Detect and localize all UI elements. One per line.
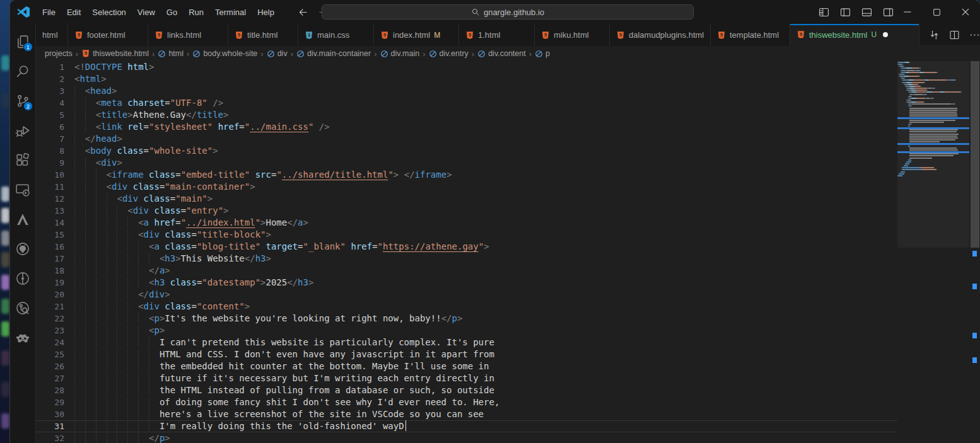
menu-item-run[interactable]: Run	[183, 4, 209, 20]
code-line-23[interactable]: 23 <p>	[36, 325, 897, 337]
line-number[interactable]: 15	[36, 229, 64, 241]
code-line-7[interactable]: 7 </head>	[36, 133, 897, 145]
dirty-indicator[interactable]	[883, 32, 888, 37]
code-line-4[interactable]: 4 <meta charset="UTF-8" />	[36, 97, 897, 109]
toggle-panel-button[interactable]	[858, 3, 875, 21]
line-number[interactable]: 29	[36, 396, 64, 408]
line-number[interactable]: 8	[36, 145, 64, 157]
line-number[interactable]: 25	[36, 348, 64, 360]
split-editor-button[interactable]	[949, 30, 960, 40]
activity-gitlens[interactable]	[10, 293, 35, 323]
line-number[interactable]: 26	[36, 360, 64, 372]
line-number[interactable]: 22	[36, 313, 64, 325]
vertical-scrollbar[interactable]	[969, 61, 980, 443]
activity-run-debug[interactable]	[10, 115, 35, 145]
line-number[interactable]: 23	[36, 325, 64, 337]
code-line-24[interactable]: 24 I can't pretend this website is parti…	[36, 337, 897, 348]
tab-links.html[interactable]: 5links.html	[148, 24, 228, 46]
menu-item-go[interactable]: Go	[161, 4, 183, 20]
code-line-9[interactable]: 9 <div>	[36, 157, 897, 169]
line-number[interactable]: 17	[36, 253, 64, 265]
code-line-21[interactable]: 21 <div class="content">	[36, 301, 897, 313]
line-number[interactable]: 32	[36, 432, 64, 443]
code-line-5[interactable]: 5 <title>Athene.Gay</title>	[36, 109, 897, 121]
code-line-22[interactable]: 22 <p>It's the website you're looking at…	[36, 313, 897, 325]
line-number[interactable]: 7	[36, 133, 64, 145]
line-number[interactable]: 1	[36, 61, 64, 73]
line-number[interactable]: 14	[36, 217, 64, 229]
code-line-18[interactable]: 18 </a>	[36, 265, 897, 277]
line-number[interactable]: 28	[36, 384, 64, 396]
breadcrumb-item-div.content[interactable]: div.content	[477, 49, 527, 58]
breadcrumb-item-body.whole-site[interactable]: body.whole-site	[192, 49, 258, 58]
line-number[interactable]: 21	[36, 301, 64, 313]
breadcrumb-item-div.main-container[interactable]: div.main-container	[296, 49, 371, 58]
tab-miku.html[interactable]: 5miku.html	[535, 24, 610, 46]
line-number[interactable]: 11	[36, 181, 64, 193]
menu-item-terminal[interactable]: Terminal	[209, 4, 252, 20]
toggle-sidebar-button[interactable]	[836, 3, 854, 21]
line-number[interactable]: 30	[36, 408, 64, 420]
activity-explorer[interactable]: 1	[10, 26, 35, 56]
minimap-slider[interactable]	[897, 61, 969, 248]
code-line-32[interactable]: 32 </p>	[36, 432, 897, 443]
activity-extensions[interactable]	[10, 145, 35, 175]
code-line-12[interactable]: 12 <div class="main">	[36, 193, 897, 205]
breadcrumb-item-div.main[interactable]: div.main	[380, 49, 421, 58]
code-line-1[interactable]: 1<!DOCTYPE html>	[36, 61, 897, 73]
activity-remote-explorer[interactable]	[10, 175, 35, 204]
tab-footer.html[interactable]: 5footer.html	[68, 24, 148, 46]
line-number[interactable]: 31	[36, 420, 64, 432]
minimize-button[interactable]	[893, 0, 922, 24]
line-number[interactable]: 20	[36, 289, 64, 301]
code-line-27[interactable]: 27 future if it's necessary but I'm writ…	[36, 372, 897, 384]
line-number[interactable]: 5	[36, 109, 64, 121]
menu-item-view[interactable]: View	[132, 4, 161, 20]
code-line-11[interactable]: 11 <div class="main-container">	[36, 181, 897, 193]
code-line-31[interactable]: 31 I'm really doing this the 'old-fashio…	[36, 420, 897, 432]
code-line-28[interactable]: 28 the HTML instead of pulling from a da…	[36, 384, 897, 396]
line-number[interactable]: 27	[36, 372, 64, 384]
command-center-search[interactable]: gnargle.github.io	[322, 4, 694, 20]
line-number[interactable]: 19	[36, 277, 64, 289]
code-line-15[interactable]: 15 <div class="title-block">	[36, 229, 897, 241]
activity-git-commit[interactable]	[10, 263, 35, 293]
arrow-left-button[interactable]	[296, 5, 310, 19]
tab-index.html[interactable]: 5index.htmlM	[374, 24, 459, 46]
code-line-6[interactable]: 6 <link rel="stylesheet" href="../main.c…	[36, 121, 897, 133]
code-line-3[interactable]: 3 <head>	[36, 85, 897, 97]
close-button[interactable]	[951, 0, 980, 24]
activity-github[interactable]	[10, 234, 35, 263]
code-line-2[interactable]: 2<html>	[36, 73, 897, 85]
activity-godot[interactable]	[10, 323, 35, 352]
code-line-25[interactable]: 25 HTML and CSS. I don't even have any j…	[36, 348, 897, 360]
menu-item-help[interactable]: Help	[252, 4, 280, 20]
code-line-30[interactable]: 30 here's a live screenshot of the site …	[36, 408, 897, 420]
activity-search[interactable]	[10, 56, 35, 86]
breadcrumb-item-html[interactable]: html	[157, 49, 184, 58]
more-actions-button[interactable]	[969, 30, 980, 40]
maximize-button[interactable]	[922, 0, 951, 24]
line-number[interactable]: 9	[36, 157, 64, 169]
activity-source-control[interactable]: 2	[10, 86, 35, 115]
code-line-26[interactable]: 26 the embedded hit counter at the botto…	[36, 360, 897, 372]
line-number[interactable]: 4	[36, 97, 64, 109]
activity-a-logo[interactable]	[10, 204, 35, 234]
line-number[interactable]: 13	[36, 205, 64, 217]
menu-item-edit[interactable]: Edit	[61, 4, 86, 20]
tab-html[interactable]: html	[36, 24, 68, 46]
breadcrumb-item-div[interactable]: div	[266, 49, 288, 58]
code-line-17[interactable]: 17 <h3>This Website</h3>	[36, 253, 897, 265]
code-line-10[interactable]: 10 <iframe class="embed-title" src="../s…	[36, 169, 897, 181]
code-area[interactable]: 1<!DOCTYPE html>2<html>3 <head>4 <meta c…	[36, 61, 897, 443]
code-line-8[interactable]: 8 <body class="whole-site">	[36, 145, 897, 157]
line-number[interactable]: 10	[36, 169, 64, 181]
code-line-14[interactable]: 14 <a href="../index.html">Home</a>	[36, 217, 897, 229]
tab-1.html[interactable]: 51.html	[459, 24, 535, 46]
line-number[interactable]: 16	[36, 241, 64, 253]
tab-thiswebsite.html[interactable]: 5thiswebsite.htmlU	[790, 24, 919, 46]
line-number[interactable]: 24	[36, 337, 64, 348]
line-number[interactable]: 12	[36, 193, 64, 205]
line-number[interactable]: 2	[36, 73, 64, 85]
tab-title.html[interactable]: 5title.html	[228, 24, 298, 46]
